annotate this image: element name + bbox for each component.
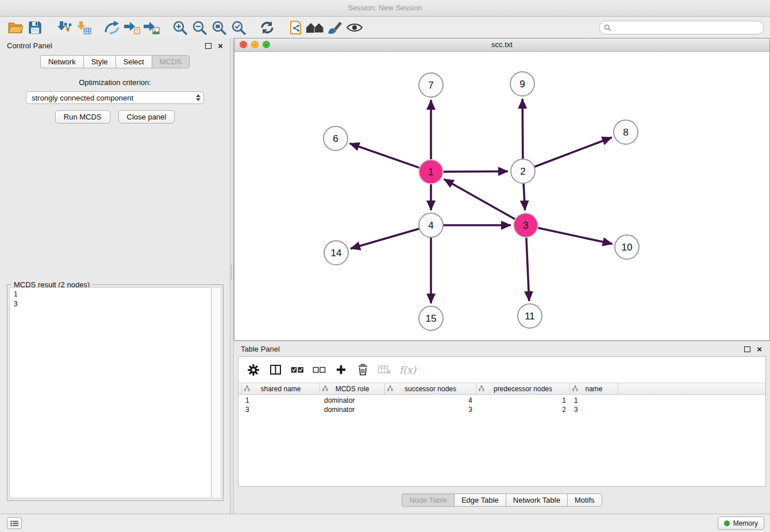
float-panel-icon[interactable] xyxy=(205,43,211,49)
memory-status-icon xyxy=(724,521,730,526)
column-header-name[interactable]: name xyxy=(570,383,618,394)
memory-label: Memory xyxy=(733,519,758,527)
close-window-icon[interactable]: × xyxy=(240,41,247,48)
column-type-icon xyxy=(572,385,578,391)
close-panel-button[interactable]: Close panel xyxy=(118,110,175,124)
graph-node-6[interactable]: 6 xyxy=(324,126,348,151)
column-header-successor-nodes[interactable]: successor nodes xyxy=(385,383,476,394)
tab-network-table[interactable]: Network Table xyxy=(506,494,567,507)
graph-node-8[interactable]: 8 xyxy=(614,120,638,144)
open-file-icon[interactable] xyxy=(6,18,25,37)
edge-3-10[interactable] xyxy=(538,228,613,244)
show-columns-icon[interactable] xyxy=(268,363,282,377)
search-input[interactable] xyxy=(599,21,764,34)
svg-text:15: 15 xyxy=(426,313,437,324)
style-paint-icon[interactable] xyxy=(325,18,345,37)
svg-text:4: 4 xyxy=(428,220,433,231)
function-builder-icon-disabled: f(x) xyxy=(399,363,416,377)
table-row[interactable]: 1dominator411 xyxy=(241,396,765,406)
column-header-predecessor-nodes[interactable]: predecessor nodes xyxy=(476,383,570,394)
network-window-title: scc.txt xyxy=(491,40,513,49)
edge-2-8[interactable] xyxy=(534,137,612,167)
memory-button[interactable]: Memory xyxy=(718,516,764,530)
result-scrollbar[interactable] xyxy=(211,287,221,498)
edge-3-1[interactable] xyxy=(444,179,515,219)
graph-node-11[interactable]: 11 xyxy=(518,304,542,328)
edge-2-9[interactable] xyxy=(522,99,523,159)
graph-node-9[interactable]: 9 xyxy=(510,72,534,96)
network-canvas[interactable]: 7968124314101511 xyxy=(234,52,769,341)
table-row[interactable]: 3dominator323 xyxy=(241,406,765,415)
refresh-icon[interactable] xyxy=(257,18,277,37)
float-table-panel-icon[interactable] xyxy=(744,346,750,352)
export-table-icon[interactable] xyxy=(122,18,141,37)
tab-style[interactable]: Style xyxy=(83,55,116,68)
zoom-in-icon[interactable] xyxy=(170,18,190,37)
add-column-icon[interactable] xyxy=(334,363,348,377)
tab-mcds[interactable]: MCDS xyxy=(152,55,190,68)
deselect-all-columns-icon[interactable] xyxy=(312,363,326,377)
save-icon[interactable] xyxy=(25,18,45,37)
graph-node-2[interactable]: 2 xyxy=(511,159,535,183)
zoom-selected-icon[interactable] xyxy=(229,18,248,37)
table-cell: 2 xyxy=(476,406,570,415)
run-mcds-button[interactable]: Run MCDS xyxy=(55,110,110,124)
tab-motifs[interactable]: Motifs xyxy=(567,494,602,507)
result-line: 3 xyxy=(14,299,207,309)
maximize-window-icon[interactable]: + xyxy=(263,41,270,48)
table-cell: 1 xyxy=(476,396,570,406)
graph-node-14[interactable]: 14 xyxy=(324,241,348,265)
graph-node-1[interactable]: 1 xyxy=(419,160,443,184)
edge-3-11[interactable] xyxy=(526,237,529,301)
graph-node-10[interactable]: 10 xyxy=(615,235,639,259)
svg-text:3: 3 xyxy=(523,220,528,231)
tab-select[interactable]: Select xyxy=(116,55,152,68)
table-cell: 1 xyxy=(570,396,618,406)
close-table-panel-icon[interactable]: × xyxy=(757,346,762,352)
import-network-icon[interactable] xyxy=(54,18,74,37)
table-panel-header: Table Panel × xyxy=(234,342,770,356)
table-panel-body: f(x) shared nameMCDS rolesuccessor nodes… xyxy=(238,356,766,487)
zoom-fit-icon[interactable] xyxy=(209,18,229,37)
delete-column-icon[interactable] xyxy=(356,363,369,377)
graph-node-7[interactable]: 7 xyxy=(419,73,443,97)
column-header-mcds-role[interactable]: MCDS role xyxy=(320,383,385,394)
table-panel: Table Panel × xyxy=(234,342,770,514)
eye-icon[interactable] xyxy=(345,18,364,37)
criterion-dropdown[interactable]: strongly connected component xyxy=(26,91,204,104)
search-icon xyxy=(604,24,611,32)
minimize-window-icon[interactable]: − xyxy=(251,41,259,48)
import-table-icon[interactable] xyxy=(74,18,93,37)
graph-node-4[interactable]: 4 xyxy=(419,213,443,237)
zoom-out-icon[interactable] xyxy=(190,18,209,37)
tab-node-table[interactable]: Node Table xyxy=(402,494,454,507)
table-cell: dominator xyxy=(320,396,385,406)
edge-4-14[interactable] xyxy=(351,229,419,249)
edge-1-6[interactable] xyxy=(350,144,420,168)
edge-2-3[interactable] xyxy=(523,183,525,210)
tab-network[interactable]: Network xyxy=(40,55,83,68)
graph-node-3[interactable]: 3 xyxy=(514,213,538,237)
table-tabs: Node TableEdge TableNetwork TableMotifs xyxy=(234,487,770,514)
table-panel-title: Table Panel xyxy=(241,345,280,353)
network-window-titlebar[interactable]: × − + scc.txt xyxy=(234,38,769,52)
svg-text:11: 11 xyxy=(525,311,535,322)
window-title: Session: New Session xyxy=(348,3,422,12)
mcds-result-box: MCDS result (2 nodes) 13 xyxy=(7,284,224,501)
export-image-icon[interactable] xyxy=(141,18,161,37)
tab-edge-table[interactable]: Edge Table xyxy=(454,494,506,507)
edge-1-2[interactable] xyxy=(443,171,508,172)
network-arrows-icon[interactable] xyxy=(102,18,122,37)
list-icon xyxy=(10,521,18,526)
delete-table-icon-disabled xyxy=(378,363,391,377)
table-settings-gear-icon[interactable] xyxy=(247,363,260,377)
share-document-icon[interactable] xyxy=(286,18,306,37)
network-overview-icon[interactable] xyxy=(306,18,325,37)
table-rows: 1dominator4113dominator323 xyxy=(238,395,765,486)
column-header-shared-name[interactable]: shared name xyxy=(241,383,320,394)
select-all-columns-icon[interactable] xyxy=(290,363,304,377)
close-panel-icon[interactable]: × xyxy=(218,43,223,49)
control-panel-header: Control Panel × xyxy=(0,38,230,53)
task-history-button[interactable] xyxy=(7,517,22,529)
graph-node-15[interactable]: 15 xyxy=(419,306,443,330)
